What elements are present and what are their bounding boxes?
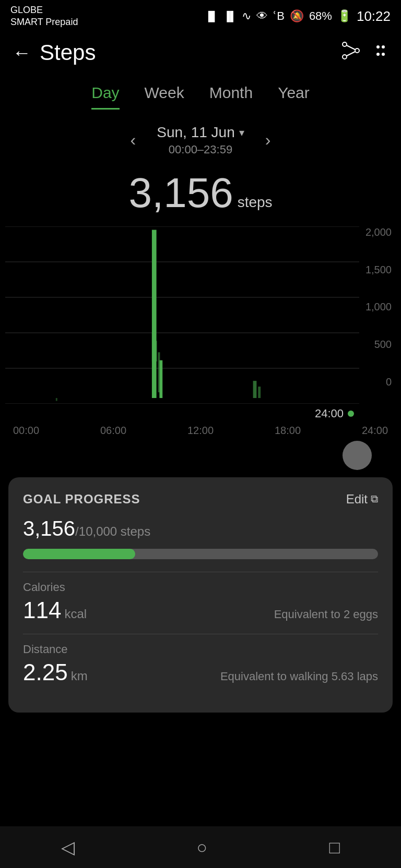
svg-point-1 [355, 49, 359, 53]
distance-equivalent: Equivalent to walking 5.63 laps [220, 670, 378, 683]
divider-2 [23, 634, 378, 634]
prev-date-button[interactable]: ‹ [131, 130, 136, 150]
date-text: Sun, 11 Jun [157, 124, 234, 141]
x-label-1800: 18:00 [267, 425, 309, 437]
svg-line-4 [347, 52, 355, 56]
svg-rect-17 [152, 333, 154, 361]
goal-title: GOAL PROGRESS [23, 492, 140, 507]
nav-right [341, 41, 388, 64]
top-nav: ← Steps [0, 32, 401, 74]
time-indicator-text: 24:00 [315, 407, 344, 420]
next-date-button[interactable]: › [265, 130, 271, 150]
distance-value-group: 2.25km [23, 659, 88, 685]
svg-rect-20 [253, 381, 257, 398]
svg-point-7 [376, 53, 380, 56]
more-options-icon[interactable] [373, 43, 388, 62]
connect-icon[interactable] [341, 41, 360, 64]
distance-row: 2.25km Equivalent to walking 5.63 laps [23, 659, 378, 685]
date-info: Sun, 11 Jun ▾ 00:00–23:59 [157, 124, 244, 156]
bars-svg [5, 226, 359, 404]
signal-icon2: ▐▌ [223, 11, 237, 22]
edit-label[interactable]: Edit [346, 492, 368, 507]
y-label-0: 0 [359, 376, 396, 388]
signal-icon1: ▐▌ [205, 11, 218, 22]
carrier-info: GLOBE SMART Prepaid [10, 4, 78, 29]
carrier1: GLOBE [10, 4, 78, 16]
calories-equivalent: Equivalent to 2 eggs [274, 608, 378, 621]
distance-unit: km [71, 669, 88, 683]
nav-left: ← Steps [13, 40, 96, 65]
scroll-handle[interactable] [343, 441, 372, 470]
calories-row: 114kcal Equivalent to 2 eggs [23, 597, 378, 623]
bottom-navigation: ◁ ○ □ [0, 826, 401, 868]
edit-button[interactable]: Edit ⧉ [346, 492, 378, 507]
status-bar: GLOBE SMART Prepaid ▐▌ ▐▌ ∿ 👁 ʿB 🔕 68% 🔋… [0, 0, 401, 32]
distance-stat: Distance 2.25km Equivalent to walking 5.… [23, 643, 378, 685]
back-nav-button[interactable]: ◁ [61, 837, 75, 858]
y-label-2000: 2,000 [359, 226, 396, 238]
goal-header: GOAL PROGRESS Edit ⧉ [23, 492, 378, 507]
svg-rect-19 [158, 352, 160, 392]
calories-value: 114 [23, 597, 61, 623]
edit-external-icon: ⧉ [371, 493, 378, 505]
x-label-0600: 06:00 [92, 425, 134, 437]
svg-point-8 [382, 53, 385, 56]
y-axis-labels: 2,000 1,500 1,000 500 0 [359, 226, 396, 404]
chart-area: 2,000 1,500 1,000 500 0 24:00 00:00 06:0… [0, 221, 401, 472]
divider-1 [23, 572, 378, 572]
svg-rect-22 [56, 398, 57, 401]
svg-rect-21 [258, 387, 261, 398]
battery-icon: 🔋 [337, 9, 351, 23]
distance-label: Distance [23, 643, 378, 656]
tab-day[interactable]: Day [91, 84, 119, 110]
calories-stat: Calories 114kcal Equivalent to 2 eggs [23, 581, 378, 623]
chart-container: 2,000 1,500 1,000 500 0 [5, 226, 396, 404]
x-label-2400: 24:00 [354, 425, 396, 437]
current-steps: 3,156 [23, 517, 75, 540]
recent-nav-button[interactable]: □ [329, 837, 340, 858]
svg-point-2 [343, 55, 347, 59]
time-range: 00:00–23:59 [157, 143, 244, 156]
home-nav-button[interactable]: ○ [196, 837, 207, 858]
distance-value: 2.25 [23, 659, 68, 685]
calories-label: Calories [23, 581, 378, 594]
steps-number: 3,156 [128, 170, 233, 216]
steps-unit: steps [238, 194, 273, 210]
progress-bar-fill [23, 549, 135, 559]
y-label-1500: 1,500 [359, 264, 396, 276]
tab-week[interactable]: Week [145, 84, 184, 110]
steps-progress: 3,156/10,000 steps [23, 517, 378, 540]
date-navigator: ‹ Sun, 11 Jun ▾ 00:00–23:59 › [0, 110, 401, 161]
svg-rect-15 [152, 230, 157, 397]
date-label: Sun, 11 Jun ▾ [157, 124, 244, 141]
goal-steps: /10,000 steps [75, 524, 150, 538]
carrier2: SMART Prepaid [10, 16, 78, 28]
eye-icon: 👁 [256, 9, 268, 23]
status-icons: ▐▌ ▐▌ ∿ 👁 ʿB 🔕 68% 🔋 10:22 [205, 8, 391, 25]
svg-rect-18 [155, 341, 157, 361]
tab-year[interactable]: Year [278, 84, 310, 110]
x-label-0000: 00:00 [5, 425, 47, 437]
tab-month[interactable]: Month [209, 84, 253, 110]
date-caret-icon[interactable]: ▾ [239, 126, 244, 139]
calories-value-group: 114kcal [23, 597, 87, 623]
time-indicator: 24:00 [0, 404, 401, 420]
mute-icon: 🔕 [290, 9, 304, 23]
calories-unit: kcal [64, 607, 87, 621]
chart-bars [5, 226, 359, 404]
wifi-icon: ∿ [242, 9, 251, 23]
y-label-500: 500 [359, 339, 396, 351]
svg-point-5 [376, 45, 380, 49]
svg-point-6 [382, 45, 385, 49]
svg-line-3 [347, 45, 355, 50]
back-button[interactable]: ← [13, 42, 31, 64]
steps-count: 3,156steps [0, 161, 401, 221]
progress-bar-background [23, 549, 378, 559]
y-label-1000: 1,000 [359, 301, 396, 313]
time-dot [348, 411, 354, 417]
x-axis-labels: 00:00 06:00 12:00 18:00 24:00 [0, 420, 401, 437]
svg-point-0 [343, 42, 347, 46]
x-label-1200: 12:00 [180, 425, 221, 437]
tab-bar: Day Week Month Year [0, 74, 401, 110]
goal-progress-card: GOAL PROGRESS Edit ⧉ 3,156/10,000 steps … [8, 477, 393, 713]
